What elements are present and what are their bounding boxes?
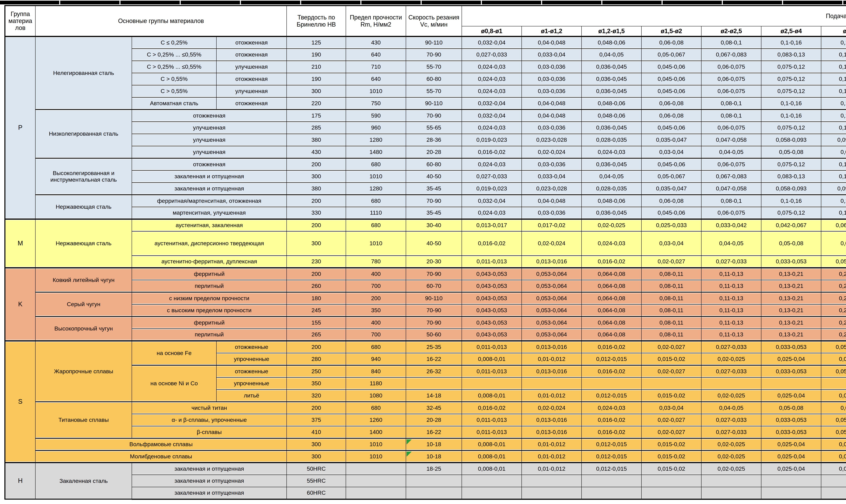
hardness-cell: 300	[287, 170, 346, 182]
table-row: Высоколегированная и инструментальная ст…	[5, 158, 846, 170]
feed-cell: 0,02-0,025	[582, 219, 641, 231]
strength-cell: 200	[346, 292, 406, 304]
feed-cell	[761, 487, 821, 499]
speed-cell: 90-110	[406, 292, 462, 304]
material-cell: Нелегированная сталь	[35, 36, 132, 109]
speed-cell	[406, 487, 462, 499]
feed-cell: 0,032-0,04	[462, 195, 522, 207]
feed-cell: 0,016-0,02	[462, 402, 522, 414]
feed-cell: 0,13-0,17	[821, 49, 846, 61]
table-row: HЗакаленная стальзакаленная и отпущенная…	[5, 463, 846, 475]
strength-cell: 940	[346, 353, 406, 365]
feed-cell: 0,02-0,024	[522, 231, 582, 255]
feed-cell: 0,02-0,027	[641, 414, 701, 426]
feed-diameter-header: ø1,2-ø1,5	[582, 26, 641, 36]
feed-cell: 0,01-0,012	[522, 450, 582, 463]
speed-cell: 55-70	[406, 61, 462, 73]
hardness-cell: 200	[287, 402, 346, 414]
feed-cell: 0,016-0,02	[582, 365, 641, 377]
feed-cell: 0,008-0,01	[462, 463, 522, 475]
feed-cell: 0,1-0,16	[761, 97, 821, 109]
feed-cell: 0,016-0,02	[462, 146, 522, 158]
material-cell: перлитный	[132, 280, 287, 292]
material-cell: Титановые сплавы	[35, 402, 132, 438]
feed-cell: 0,008-0,01	[462, 450, 522, 463]
feed-cell: 0,033-0,053	[761, 255, 821, 268]
feed-cell: 0,075-0,12	[761, 207, 821, 219]
feed-cell: 0,02-0,027	[641, 341, 701, 353]
speed-cell: 28-36	[406, 134, 462, 146]
hardness-cell: 200	[287, 195, 346, 207]
feed-cell: 0,023-0,028	[522, 134, 582, 146]
feed-diameter-header: ø0,8-ø1	[462, 26, 522, 36]
speed-cell: 14-18	[406, 390, 462, 402]
feed-cell	[821, 475, 846, 487]
speed-cell: 70-90	[406, 268, 462, 280]
material-cell: отожженная	[216, 97, 287, 109]
feed-cell: 0,024-0,03	[582, 146, 641, 158]
material-cell: литьё	[216, 390, 287, 402]
material-cell: отожженная	[216, 73, 287, 85]
feed-cell: 0,06-0,075	[701, 122, 761, 134]
feed-cell: 0,012-0,015	[582, 390, 641, 402]
hardness-cell: 380	[287, 134, 346, 146]
strength-cell: 350	[346, 304, 406, 317]
speed-cell: 35-45	[406, 207, 462, 219]
feed-cell: 0,093-0,12	[821, 134, 846, 146]
feed-cell: 0,02-0,024	[522, 402, 582, 414]
feed-cell: 0,08-0,1	[821, 231, 846, 255]
feed-cell: 0,015-0,02	[641, 390, 701, 402]
feed-cell: 0,012-0,015	[582, 450, 641, 463]
strength-cell: 430	[346, 36, 406, 49]
material-cell: C > 0,25% ... ≤0,55%	[132, 49, 216, 61]
material-cell: аустенитная, дисперсионно твердеющая	[132, 231, 287, 255]
feed-cell: 0,075-0,12	[761, 73, 821, 85]
feed-cell: 0,048-0,06	[582, 36, 641, 49]
speed-cell: 55-70	[406, 85, 462, 97]
material-cell: мартенситная, улучшенная	[132, 207, 287, 219]
feed-cell	[641, 487, 701, 499]
feed-cell: 0,064-0,08	[582, 329, 641, 341]
speed-cell: 20-28	[406, 146, 462, 158]
feed-cell: 0,008-0,01	[462, 390, 522, 402]
feed-cell: 0,017-0,02	[522, 219, 582, 231]
hardness-cell: 200	[287, 158, 346, 170]
hardness-cell: 60HRC	[287, 487, 346, 499]
feed-cell: 0,053-0,064	[522, 317, 582, 329]
material-cell: отожженная	[132, 158, 287, 170]
feed-cell: 0,083-0,13	[761, 170, 821, 182]
feed-cell: 0,08-0,11	[641, 292, 701, 304]
speed-cell: 26-32	[406, 365, 462, 377]
feed-cell: 0,12-0,15	[821, 85, 846, 97]
speed-cell: 40-50	[406, 170, 462, 182]
feed-cell: 0,008-0,01	[462, 353, 522, 365]
feed-cell: 0,032-0,04	[462, 109, 522, 122]
material-cell: закаленная и отпущенная	[132, 170, 287, 182]
feed-cell: 0,036-0,045	[582, 158, 641, 170]
feed-cell: 0,025-0,04	[761, 390, 821, 402]
feed-cell: 0,015-0,02	[641, 438, 701, 450]
strength-cell: 1400	[346, 426, 406, 438]
strength-cell: 1080	[346, 390, 406, 402]
spreadsheet-top-row-bar	[0, 1, 846, 4]
feed-cell: 0,033-0,042	[701, 219, 761, 231]
hardness-cell: 200	[287, 219, 346, 231]
feed-cell: 0,067-0,083	[821, 219, 846, 231]
feed-cell	[701, 377, 761, 390]
material-cell: отожженная	[216, 49, 287, 61]
feed-cell: 0,043-0,053	[462, 304, 522, 317]
hardness-cell: 180	[287, 292, 346, 304]
feed-cell: 0,01-0,012	[522, 390, 582, 402]
feed-cell: 0,011-0,013	[462, 255, 522, 268]
hardness-cell: 300	[287, 450, 346, 463]
material-cell: ферритный	[132, 317, 287, 329]
feed-cell: 0,05-0,08	[761, 231, 821, 255]
feed-cell: 0,03-0,04	[641, 231, 701, 255]
feed-cell: 0,019-0,023	[462, 134, 522, 146]
hardness-cell: 380	[287, 182, 346, 195]
feed-cell: 0,024-0,03	[462, 61, 522, 73]
feed-cell: 0,016-0,02	[582, 426, 641, 438]
speed-cell: 16-22	[406, 426, 462, 438]
feed-cell: 0,048-0,06	[582, 195, 641, 207]
feed-cell: 0,05-0,067	[641, 170, 701, 182]
